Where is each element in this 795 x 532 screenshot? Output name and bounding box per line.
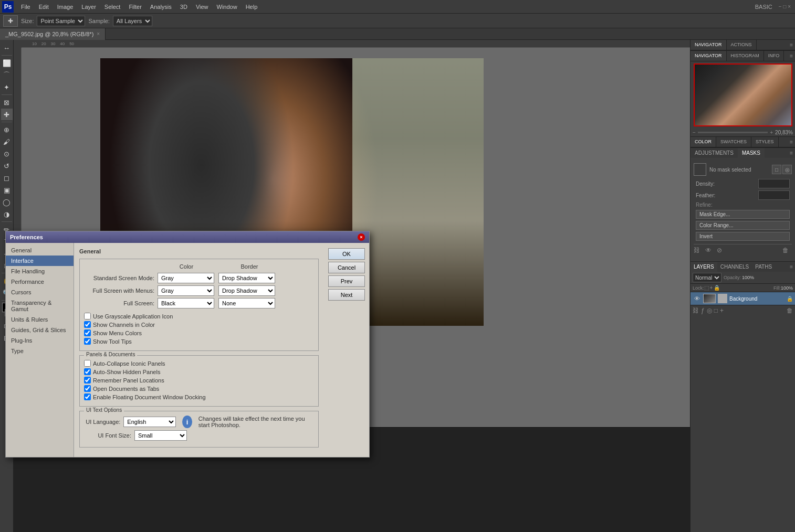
- tab-navigator[interactable]: NAVIGATOR: [691, 51, 727, 61]
- brush-tool[interactable]: 🖌: [1, 136, 13, 147]
- marquee-tool[interactable]: ⬜: [1, 57, 13, 69]
- eyedropper-tool-left[interactable]: ✚: [1, 109, 13, 120]
- eyedropper-tool[interactable]: ✚: [3, 15, 18, 27]
- layer-style-icon[interactable]: ƒ: [701, 307, 705, 314]
- layer-name[interactable]: Background: [729, 296, 784, 302]
- document-tab[interactable]: _MG_9502.jpg @ 20,8% (RGB/8*) ×: [0, 28, 106, 40]
- layer-mask-icon[interactable]: ◎: [707, 307, 712, 314]
- tab-history[interactable]: NAVIGATOR: [691, 40, 727, 50]
- enable-floating-checkbox[interactable]: [84, 393, 91, 400]
- open-docs-tabs-checkbox[interactable]: [84, 385, 91, 392]
- feather-input[interactable]: [758, 190, 790, 200]
- auto-show-checkbox[interactable]: [84, 368, 91, 375]
- tab-channels[interactable]: CHANNELS: [717, 262, 752, 272]
- menu-window[interactable]: Window: [213, 3, 242, 11]
- delete-layer-icon[interactable]: 🗑: [787, 307, 793, 314]
- gradient-tool[interactable]: ▣: [1, 184, 13, 196]
- menu-select[interactable]: Select: [100, 3, 125, 11]
- show-menu-colors-checkbox[interactable]: [84, 329, 91, 336]
- pref-performance[interactable]: Performance: [6, 276, 74, 287]
- pref-units-rulers[interactable]: Units & Rulers: [6, 314, 74, 325]
- menu-filter[interactable]: Filter: [124, 3, 145, 11]
- visibility-icon[interactable]: 👁: [705, 247, 715, 256]
- tab-adjustments[interactable]: ADJUSTMENTS: [691, 148, 738, 158]
- menu-file[interactable]: File: [17, 3, 35, 11]
- full-screen-menus-border-select[interactable]: Drop Shadow: [218, 285, 275, 296]
- lasso-tool[interactable]: ⌒: [1, 69, 13, 81]
- tab-info[interactable]: INFO: [764, 51, 784, 61]
- ok-button[interactable]: OK: [328, 248, 365, 260]
- link-layers-icon[interactable]: ⛓: [693, 307, 699, 314]
- layer-eye-icon[interactable]: 👁: [693, 294, 701, 303]
- opacity-value[interactable]: 100%: [742, 275, 754, 280]
- pref-plugins[interactable]: Plug-Ins: [6, 335, 74, 346]
- filter-icon[interactable]: ⊘: [717, 247, 726, 256]
- pref-type[interactable]: Type: [6, 346, 74, 356]
- color-menu[interactable]: ≡: [788, 137, 795, 147]
- pref-general[interactable]: General: [6, 245, 74, 256]
- pref-file-handling[interactable]: File Handling: [6, 266, 74, 276]
- use-grayscale-checkbox[interactable]: [84, 313, 91, 320]
- eraser-tool[interactable]: ◻: [1, 172, 13, 184]
- std-screen-color-select[interactable]: Gray: [158, 273, 214, 283]
- full-screen-menus-color-select[interactable]: Gray: [158, 285, 214, 296]
- delete-mask-icon[interactable]: 🗑: [782, 247, 792, 256]
- blend-mode-select[interactable]: Normal: [693, 273, 721, 282]
- sample-select[interactable]: All Layers: [113, 16, 152, 26]
- density-input[interactable]: [758, 179, 790, 188]
- menu-view[interactable]: View: [192, 3, 213, 11]
- adj-menu[interactable]: ≡: [788, 148, 795, 158]
- next-button[interactable]: Next: [328, 289, 365, 301]
- pref-cursors[interactable]: Cursors: [6, 287, 74, 297]
- menu-help[interactable]: Help: [242, 3, 262, 11]
- show-tool-tips-checkbox[interactable]: [84, 338, 91, 345]
- move-tool[interactable]: ↔: [1, 42, 13, 54]
- mask-edge-btn[interactable]: Mask Edge...: [696, 210, 790, 219]
- add-vector-mask[interactable]: ◎: [782, 165, 792, 174]
- fill-value[interactable]: 100%: [781, 285, 793, 291]
- menu-analysis[interactable]: Analysis: [146, 3, 176, 11]
- show-channels-checkbox[interactable]: [84, 321, 91, 328]
- color-range-btn[interactable]: Color Range...: [696, 221, 790, 230]
- full-screen-border-select[interactable]: None: [218, 298, 275, 308]
- ui-language-select[interactable]: English: [123, 417, 176, 427]
- pref-transparency[interactable]: Transparency & Gamut: [6, 297, 74, 314]
- crop-tool[interactable]: ⊠: [1, 97, 13, 108]
- window-controls[interactable]: − □ ×: [777, 4, 793, 9]
- pref-guides[interactable]: Guides, Grid & Slices: [6, 325, 74, 335]
- full-screen-color-select[interactable]: Black: [158, 298, 214, 308]
- tab-swatches[interactable]: SWATCHES: [716, 137, 751, 147]
- history-tool[interactable]: ↺: [1, 160, 13, 172]
- dialog-close-btn[interactable]: ×: [358, 233, 365, 241]
- tab-histogram[interactable]: HISTOGRAM: [727, 51, 764, 61]
- new-layer-icon[interactable]: +: [720, 307, 724, 314]
- size-select[interactable]: Point Sample: [37, 16, 85, 26]
- zoom-slider[interactable]: [698, 132, 768, 133]
- pref-interface[interactable]: Interface: [6, 256, 74, 266]
- tab-layers[interactable]: LAYERS: [691, 262, 717, 272]
- menu-3d[interactable]: 3D: [176, 3, 192, 11]
- tab-close[interactable]: ×: [97, 31, 100, 37]
- link-icon[interactable]: ⛓: [694, 247, 703, 256]
- menu-edit[interactable]: Edit: [35, 3, 53, 11]
- remember-panel-checkbox[interactable]: [84, 377, 91, 384]
- clone-tool[interactable]: ⊙: [1, 148, 13, 159]
- invert-btn[interactable]: Invert: [696, 232, 790, 241]
- lock-all-icon[interactable]: 🔒: [714, 285, 720, 291]
- zoom-minus[interactable]: −: [693, 130, 696, 135]
- lock-pixels-icon[interactable]: ⬚: [704, 285, 709, 291]
- cancel-button[interactable]: Cancel: [328, 262, 365, 273]
- preferences-dialog[interactable]: Preferences × General Interface File Han…: [5, 231, 370, 457]
- std-screen-border-select[interactable]: Drop Shadow: [218, 273, 275, 283]
- add-pixel-mask[interactable]: □: [772, 165, 781, 174]
- prev-button[interactable]: Prev: [328, 275, 365, 287]
- menu-image[interactable]: Image: [53, 3, 78, 11]
- zoom-plus[interactable]: +: [770, 130, 773, 135]
- tab-color[interactable]: COLOR: [691, 137, 716, 147]
- healing-tool[interactable]: ⊕: [1, 124, 13, 135]
- menu-layer[interactable]: Layer: [77, 3, 100, 11]
- tab-masks[interactable]: MASKS: [738, 148, 765, 158]
- tab-paths[interactable]: PATHS: [752, 262, 775, 272]
- tab-styles[interactable]: STYLES: [751, 137, 779, 147]
- navigator-menu[interactable]: ≡: [788, 51, 795, 61]
